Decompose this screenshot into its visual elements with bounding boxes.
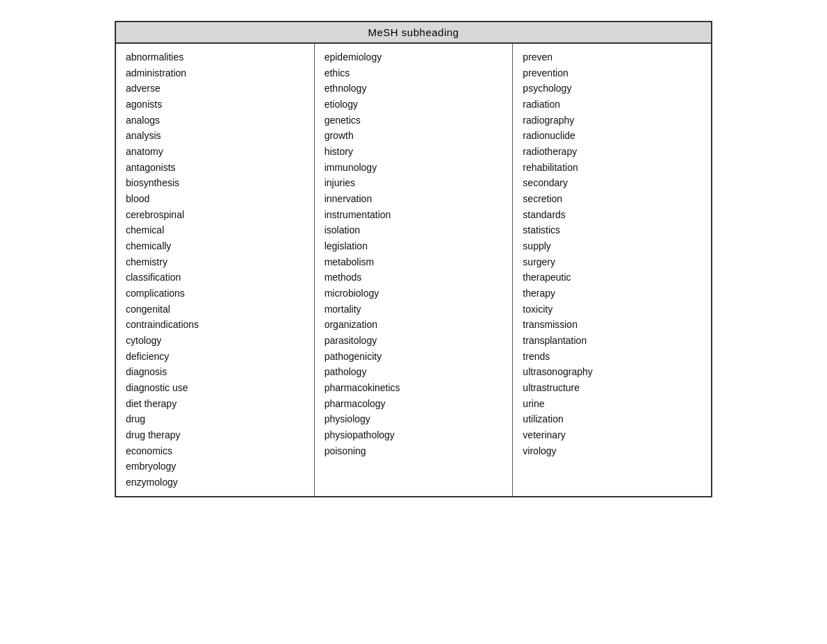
list-item: radiotherapy bbox=[523, 144, 701, 160]
list-item: virology bbox=[523, 443, 701, 459]
list-item: chemically bbox=[126, 238, 304, 254]
list-item: transmission bbox=[523, 317, 701, 333]
list-item: ultrasonography bbox=[523, 364, 701, 380]
list-item: surgery bbox=[523, 254, 701, 270]
list-item: radionuclide bbox=[523, 128, 701, 144]
list-item: etiology bbox=[325, 97, 503, 113]
list-item: urine bbox=[523, 396, 701, 412]
list-item: utilization bbox=[523, 411, 701, 427]
list-item: ethnology bbox=[325, 81, 503, 97]
list-item: epidemiology bbox=[325, 49, 503, 65]
list-item: methods bbox=[325, 270, 503, 286]
list-item: isolation bbox=[325, 222, 503, 238]
list-item: diagnosis bbox=[126, 364, 304, 380]
list-item: drug bbox=[126, 411, 304, 427]
list-item: radiography bbox=[523, 113, 701, 129]
list-item: classification bbox=[126, 270, 304, 286]
list-item: transplantation bbox=[523, 333, 701, 349]
list-item: instrumentation bbox=[325, 207, 503, 223]
list-item: pathology bbox=[325, 364, 503, 380]
list-item: therapy bbox=[523, 286, 701, 302]
list-item: rehabilitation bbox=[523, 160, 701, 176]
list-item: antagonists bbox=[126, 160, 304, 176]
list-item: psychology bbox=[523, 81, 701, 97]
list-item: embryology bbox=[126, 459, 304, 474]
list-item: complications bbox=[126, 286, 304, 302]
list-item: legislation bbox=[325, 238, 503, 254]
list-item: genetics bbox=[325, 113, 503, 129]
list-item: diet therapy bbox=[126, 396, 304, 412]
list-item: trends bbox=[523, 349, 701, 365]
list-item: pathogenicity bbox=[325, 349, 503, 365]
list-item: cytology bbox=[126, 333, 304, 349]
list-item: chemistry bbox=[126, 254, 304, 270]
list-item: contraindications bbox=[126, 317, 304, 333]
list-item: diagnostic use bbox=[126, 380, 304, 396]
list-item: radiation bbox=[523, 97, 701, 113]
list-item: congenital bbox=[126, 302, 304, 317]
list-item: abnormalities bbox=[126, 49, 304, 65]
list-item: supply bbox=[523, 238, 701, 254]
list-item: chemical bbox=[126, 222, 304, 238]
list-item: analysis bbox=[126, 128, 304, 144]
list-item: secretion bbox=[523, 191, 701, 207]
list-item: blood bbox=[126, 191, 304, 207]
list-item: innervation bbox=[325, 191, 503, 207]
list-item: parasitology bbox=[325, 333, 503, 349]
list-item: toxicity bbox=[523, 302, 701, 317]
list-item: veterinary bbox=[523, 427, 701, 443]
list-item: adverse bbox=[126, 81, 304, 97]
list-item: ultrastructure bbox=[523, 380, 701, 396]
list-item: physiopathology bbox=[325, 427, 503, 443]
list-item: anatomy bbox=[126, 144, 304, 160]
list-item: prevention bbox=[523, 65, 701, 81]
table-col-2: epidemiologyethicsethnologyetiologygenet… bbox=[315, 44, 514, 496]
list-item: drug therapy bbox=[126, 427, 304, 443]
list-item: therapeutic bbox=[523, 270, 701, 286]
list-item: immunology bbox=[325, 160, 503, 176]
list-item: microbiology bbox=[325, 286, 503, 302]
list-item: mortality bbox=[325, 302, 503, 317]
table-col-1: abnormalitiesadministrationadverseagonis… bbox=[116, 44, 315, 496]
list-item: preven bbox=[523, 49, 701, 65]
list-item: standards bbox=[523, 207, 701, 223]
list-item: statistics bbox=[523, 222, 701, 238]
list-item: administration bbox=[126, 65, 304, 81]
list-item: ethics bbox=[325, 65, 503, 81]
list-item: secondary bbox=[523, 175, 701, 191]
list-item: deficiency bbox=[126, 349, 304, 365]
list-item: injuries bbox=[325, 175, 503, 191]
list-item: history bbox=[325, 144, 503, 160]
table-header: MeSH subheading bbox=[116, 22, 711, 44]
table-body: abnormalitiesadministrationadverseagonis… bbox=[116, 44, 711, 496]
list-item: poisoning bbox=[325, 443, 503, 459]
list-item: cerebrospinal bbox=[126, 207, 304, 223]
list-item: growth bbox=[325, 128, 503, 144]
list-item: organization bbox=[325, 317, 503, 333]
list-item: economics bbox=[126, 443, 304, 459]
list-item: enzymology bbox=[126, 474, 304, 490]
list-item: metabolism bbox=[325, 254, 503, 270]
table-col-3: prevenpreventionpsychologyradiationradio… bbox=[513, 44, 711, 496]
list-item: analogs bbox=[126, 113, 304, 129]
mesh-subheading-table: MeSH subheading abnormalitiesadministrat… bbox=[115, 21, 712, 497]
list-item: pharmacokinetics bbox=[325, 380, 503, 396]
list-item: biosynthesis bbox=[126, 175, 304, 191]
list-item: agonists bbox=[126, 97, 304, 113]
list-item: physiology bbox=[325, 411, 503, 427]
list-item: pharmacology bbox=[325, 396, 503, 412]
